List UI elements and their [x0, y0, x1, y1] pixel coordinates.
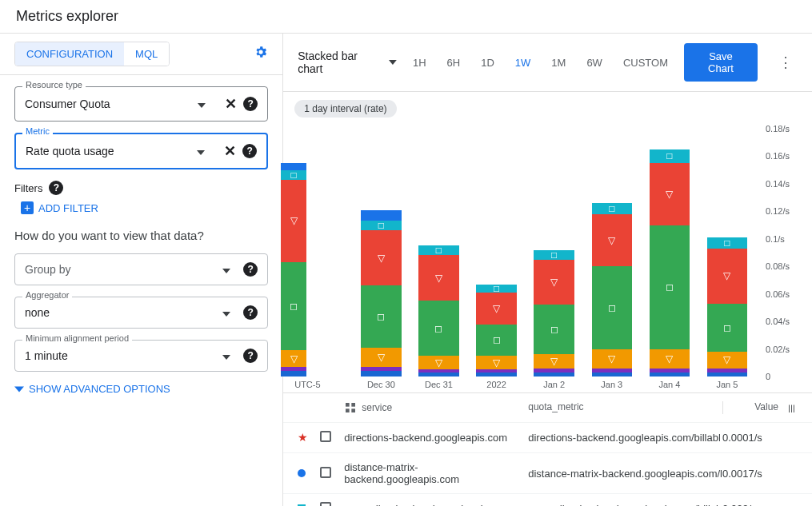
metric-field[interactable]: Metric Rate quota usage ✕ ?: [14, 133, 268, 169]
legend-value: 0.0017/s: [722, 468, 778, 480]
min-alignment-value: 1 minute: [25, 349, 218, 362]
series-checkbox[interactable]: [320, 467, 331, 478]
bar-jan-3[interactable]: ▽◻▽□: [592, 203, 632, 377]
help-icon[interactable]: ?: [49, 181, 63, 195]
series-marker-icon: ★: [298, 433, 306, 441]
filters-heading: Filters ?: [14, 181, 268, 195]
chevron-down-icon[interactable]: [222, 307, 230, 319]
time-range-custom[interactable]: CUSTOM: [623, 57, 668, 69]
resource-type-field[interactable]: Resource type Consumer Quota ✕ ?: [14, 86, 268, 122]
metric-value: Rate quota usage: [26, 145, 192, 157]
min-alignment-label: Minimum alignment period: [22, 333, 132, 343]
chevron-down-icon[interactable]: [222, 350, 230, 362]
service-column-header[interactable]: service: [344, 401, 528, 414]
legend-quota: distance-matrix-backend.googleapis.com/l: [528, 468, 722, 480]
chart-panel: Stacked bar chart 1H6H1D1W1M6WCUSTOM Sav…: [283, 34, 812, 506]
y-tick: 0.06/s: [766, 289, 790, 299]
chevron-down-icon[interactable]: [222, 264, 230, 276]
aggregator-label: Aggregator: [22, 290, 72, 300]
group-by-placeholder: Group by: [25, 263, 218, 276]
y-tick: 0.04/s: [766, 317, 790, 326]
metric-label: Metric: [22, 126, 53, 136]
help-icon[interactable]: ?: [243, 262, 258, 277]
x-tick: Jan 4: [658, 380, 680, 389]
interval-chip: 1 day interval (rate): [294, 100, 396, 118]
legend-table: service quota_metric Value ⫼ ★directions…: [283, 392, 812, 506]
quota-column-header[interactable]: quota_metric: [528, 401, 722, 414]
time-range-1h[interactable]: 1H: [413, 57, 426, 69]
series-checkbox[interactable]: [320, 431, 331, 442]
svg-rect-2: [346, 408, 350, 412]
resource-type-value: Consumer Quota: [25, 98, 193, 110]
resource-type-label: Resource type: [22, 80, 86, 90]
legend-row[interactable]: ★directions-backend.googleapis.comdirect…: [283, 422, 812, 452]
tab-configuration[interactable]: CONFIGURATION: [15, 42, 124, 66]
group-by-field[interactable]: Group by ?: [14, 253, 268, 285]
bar-jan-5[interactable]: ▽◻▽□: [707, 237, 747, 377]
time-range-6w[interactable]: 6W: [586, 57, 602, 69]
columns-icon[interactable]: ⫼: [786, 401, 798, 414]
clear-icon[interactable]: ✕: [224, 142, 236, 160]
help-icon[interactable]: ?: [243, 305, 258, 320]
help-icon[interactable]: ?: [243, 349, 258, 363]
y-tick: 0.16/s: [766, 151, 790, 161]
legend-quota: directions-backend.googleapis.com/billab…: [528, 432, 722, 444]
time-range-1w[interactable]: 1W: [515, 57, 531, 69]
time-range-1d[interactable]: 1D: [481, 57, 494, 69]
legend-service: geocoding-backend.googleapis.com: [344, 503, 528, 506]
x-tick: Dec 31: [425, 380, 453, 389]
chart-type-selector[interactable]: Stacked bar chart: [298, 50, 397, 75]
y-tick: 0: [766, 372, 770, 381]
chevron-down-icon[interactable]: [197, 145, 205, 157]
bar-jan-4[interactable]: ▽◻▽□: [650, 149, 690, 377]
x-tick: Dec 30: [367, 380, 395, 389]
help-icon[interactable]: ?: [242, 144, 257, 158]
bar-jan-2[interactable]: ▽◻▽□: [534, 250, 574, 377]
save-chart-button[interactable]: Save Chart: [684, 43, 758, 82]
bar-2022[interactable]: ▽◻▽□: [476, 285, 516, 377]
config-tabs: CONFIGURATION MQL: [14, 42, 170, 66]
gear-icon[interactable]: [254, 45, 268, 63]
legend-row[interactable]: distance-matrix-backend.googleapis.comdi…: [283, 452, 812, 493]
svg-rect-3: [352, 408, 356, 412]
y-tick: 0.18/s: [766, 124, 790, 133]
time-range-tabs: 1H6H1D1W1M6WCUSTOM: [413, 57, 668, 69]
view-data-question: How do you want to view that data?: [14, 229, 268, 242]
show-advanced-link[interactable]: SHOW ADVANCED OPTIONS: [14, 383, 268, 395]
tab-mql[interactable]: MQL: [124, 42, 169, 66]
chevron-down-icon[interactable]: [198, 98, 206, 110]
series-checkbox[interactable]: [320, 502, 331, 506]
min-alignment-field[interactable]: Minimum alignment period 1 minute ?: [14, 340, 268, 372]
x-tick: Jan 3: [601, 380, 622, 389]
aggregator-value: none: [25, 306, 218, 319]
x-tick: Jan 2: [543, 380, 565, 389]
bar-dec-30[interactable]: ▽◻▽□: [361, 210, 401, 377]
time-range-6h[interactable]: 6H: [447, 57, 461, 69]
page-title: Metrics explorer: [0, 0, 812, 34]
plus-icon: +: [21, 201, 34, 214]
more-menu-icon[interactable]: ⋮: [774, 54, 798, 71]
y-tick: 0.12/s: [766, 206, 790, 216]
x-tick: 2022: [486, 380, 506, 389]
legend-service: directions-backend.googleapis.com: [344, 432, 528, 444]
x-tick: Jan 5: [716, 380, 738, 389]
add-filter-button[interactable]: + ADD FILTER: [21, 201, 268, 214]
stacked-bar-chart: ▽◻▽□▽◻▽□▽◻▽□▽◻▽□▽◻▽□▽◻▽□▽◻▽□▽◻▽□ 00.02/s…: [294, 121, 801, 392]
bar-dec-31[interactable]: ▽◻▽□: [418, 245, 458, 377]
help-icon[interactable]: ?: [243, 97, 258, 111]
series-marker-icon: [298, 469, 306, 477]
y-tick: 0.1/s: [766, 234, 785, 244]
legend-row[interactable]: geocoding-backend.googleapis.comgeocodin…: [283, 493, 812, 506]
svg-rect-0: [346, 403, 350, 407]
aggregator-field[interactable]: Aggregator none ?: [14, 297, 268, 329]
y-tick: 0.14/s: [766, 179, 790, 189]
bar-dec-29[interactable]: ▽◻▽□: [281, 163, 306, 377]
x-tick: UTC-5: [294, 380, 320, 389]
legend-service: distance-matrix-backend.googleapis.com: [344, 461, 528, 485]
value-column-header[interactable]: Value: [722, 401, 778, 414]
legend-quota: geocoding-backend.googleapis.com/billab: [528, 503, 722, 506]
y-tick: 0.08/s: [766, 261, 790, 271]
time-range-1m[interactable]: 1M: [551, 57, 566, 69]
clear-icon[interactable]: ✕: [225, 95, 237, 113]
legend-value: 0.009/s: [722, 503, 778, 506]
